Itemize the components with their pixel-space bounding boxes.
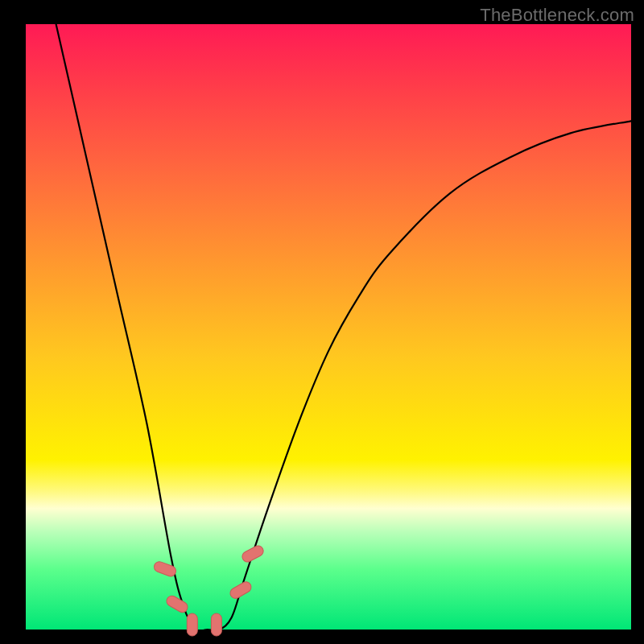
plot-area: [26, 24, 631, 630]
curve-layer: [26, 24, 631, 630]
curve-marker: [187, 613, 197, 636]
curve-marker: [241, 544, 266, 564]
curve-marker: [153, 560, 178, 578]
curve-marker: [229, 580, 254, 600]
marker-group: [153, 544, 266, 636]
attribution-text: TheBottleneck.com: [480, 5, 634, 26]
curve-marker: [165, 594, 190, 614]
bottleneck-curve: [56, 24, 631, 631]
curve-marker: [211, 613, 221, 636]
